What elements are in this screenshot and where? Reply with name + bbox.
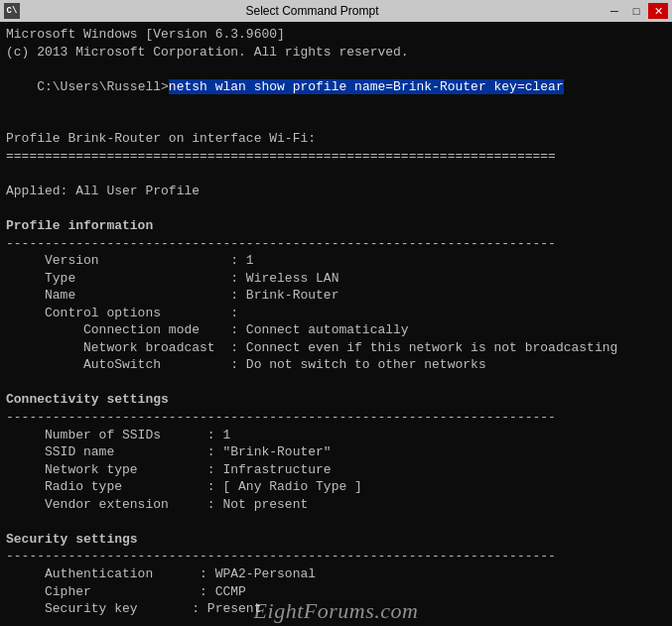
separator-top: ========================================… xyxy=(6,148,666,166)
line-key-content: Key Content : xyxy=(6,618,666,626)
line-ssid-name: SSID name : "Brink-Router" xyxy=(6,443,666,461)
line-version: Microsoft Windows [Version 6.3.9600] xyxy=(6,26,666,44)
line-blank-1 xyxy=(6,113,666,131)
line-auth: Authentication : WPA2-Personal xyxy=(6,565,666,583)
titlebar: C\ Select Command Prompt ─ □ ✕ xyxy=(0,0,672,22)
section-security: Security settings xyxy=(6,531,666,549)
line-autoswitch: AutoSwitch : Do not switch to other netw… xyxy=(6,356,666,374)
line-net-broadcast: Network broadcast : Connect even if this… xyxy=(6,339,666,357)
line-conn-mode: Connection mode : Connect automatically xyxy=(6,321,666,339)
line-ssid-num: Number of SSIDs : 1 xyxy=(6,427,666,444)
section-profile-info: Profile information xyxy=(6,217,666,235)
terminal-window[interactable]: Microsoft Windows [Version 6.3.9600] (c)… xyxy=(0,22,672,626)
command-text: netsh wlan show profile name=Brink-Route… xyxy=(169,79,564,94)
line-net-type: Network type : Infrastructure xyxy=(6,461,666,479)
app-icon: C\ xyxy=(4,3,20,19)
line-vendor-ext: Vendor extension : Not present xyxy=(6,496,666,514)
line-name-val: Name : Brink-Router xyxy=(6,287,666,305)
line-copyright: (c) 2013 Microsoft Corporation. All righ… xyxy=(6,44,666,62)
line-command: C:\Users\Russell>netsh wlan show profile… xyxy=(6,61,666,113)
sep-conn: ----------------------------------------… xyxy=(6,409,666,427)
line-control-options: Control options : xyxy=(6,305,666,322)
sep-sec: ----------------------------------------… xyxy=(6,548,666,565)
titlebar-title: Select Command Prompt xyxy=(20,4,605,18)
section-connectivity: Connectivity settings xyxy=(6,391,666,409)
line-applied: Applied: All User Profile xyxy=(6,183,666,200)
line-profile-header: Profile Brink-Router on interface Wi-Fi: xyxy=(6,130,666,148)
titlebar-left: C\ xyxy=(4,3,20,19)
line-radio-type: Radio type : [ Any Radio Type ] xyxy=(6,478,666,496)
prompt-prefix: C:\Users\Russell> xyxy=(37,79,169,94)
line-cipher: Cipher : CCMP xyxy=(6,583,666,601)
close-button[interactable]: ✕ xyxy=(648,3,668,19)
sep-profile: ----------------------------------------… xyxy=(6,235,666,253)
line-blank-2 xyxy=(6,165,666,183)
line-type-val: Type : Wireless LAN xyxy=(6,270,666,288)
line-blank-5 xyxy=(6,513,666,531)
line-blank-4 xyxy=(6,374,666,392)
line-security-key: Security key : Present xyxy=(6,600,666,618)
titlebar-controls: ─ □ ✕ xyxy=(605,3,668,19)
line-blank-3 xyxy=(6,199,666,217)
maximize-button[interactable]: □ xyxy=(626,3,646,19)
minimize-button[interactable]: ─ xyxy=(605,3,624,19)
line-version-val: Version : 1 xyxy=(6,252,666,270)
